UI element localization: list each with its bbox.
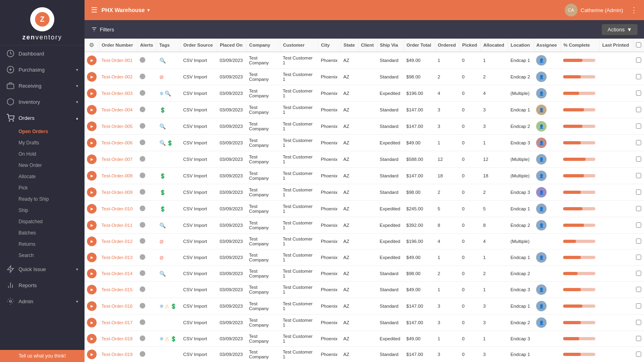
row-play-cell[interactable]: ▶ — [85, 52, 99, 69]
row-play-cell[interactable]: ▶ — [85, 298, 99, 315]
play-button[interactable]: ▶ — [87, 187, 97, 197]
row-checkbox[interactable] — [636, 189, 641, 195]
row-checkbox[interactable] — [636, 255, 641, 260]
sidebar-sub-search[interactable]: Search — [0, 250, 85, 261]
row-checkbox[interactable] — [636, 303, 641, 309]
row-checkbox[interactable] — [636, 320, 641, 325]
play-button[interactable]: ▶ — [87, 285, 97, 294]
sidebar-sub-batches[interactable]: Batches — [0, 227, 85, 239]
sidebar-sub-returns[interactable]: Returns — [0, 239, 85, 250]
sidebar-item-quick-issue[interactable]: Quick Issue ▾ — [0, 261, 85, 277]
play-button[interactable]: ▶ — [87, 318, 97, 327]
row-play-cell[interactable]: ▶ — [85, 266, 99, 282]
row-checkbox[interactable] — [636, 90, 641, 96]
row-checkbox-cell[interactable] — [633, 135, 644, 151]
sidebar-sub-on-hold[interactable]: On Hold — [0, 148, 85, 160]
row-checkbox[interactable] — [636, 206, 641, 211]
row-checkbox[interactable] — [636, 173, 641, 178]
settings-icon[interactable]: ⚙ — [89, 42, 94, 48]
filters-button[interactable]: Filters — [91, 26, 114, 33]
sidebar-item-receiving[interactable]: Receiving ▾ — [0, 78, 85, 94]
sidebar-sub-my-drafts[interactable]: My Drafts — [0, 137, 85, 148]
play-button[interactable]: ▶ — [87, 105, 97, 115]
row-play-cell[interactable]: ▶ — [85, 282, 99, 298]
user-info[interactable]: CA Catherine (Admin) — [565, 4, 623, 16]
row-checkbox-cell[interactable] — [633, 69, 644, 85]
sidebar-item-reports[interactable]: Reports — [0, 277, 85, 293]
row-checkbox[interactable] — [636, 107, 641, 112]
row-checkbox-cell[interactable] — [633, 118, 644, 135]
sidebar-item-admin[interactable]: Admin ▾ — [0, 293, 85, 309]
row-checkbox[interactable] — [636, 352, 641, 357]
row-checkbox-cell[interactable] — [633, 52, 644, 69]
row-play-cell[interactable]: ▶ — [85, 151, 99, 168]
sidebar-sub-pick[interactable]: Pick — [0, 182, 85, 193]
row-play-cell[interactable]: ▶ — [85, 201, 99, 217]
row-play-cell[interactable]: ▶ — [85, 69, 99, 85]
row-checkbox[interactable] — [636, 271, 641, 276]
sidebar-sub-open-orders[interactable]: Open Orders — [0, 126, 85, 137]
row-play-cell[interactable]: ▶ — [85, 85, 99, 102]
row-checkbox-cell[interactable] — [633, 151, 644, 168]
row-play-cell[interactable]: ▶ — [85, 347, 99, 362]
sidebar-item-purchasing[interactable]: Purchasing ▾ — [0, 62, 85, 78]
row-checkbox[interactable] — [636, 156, 641, 162]
play-button[interactable]: ▶ — [87, 253, 97, 262]
row-checkbox-cell[interactable] — [633, 331, 644, 347]
warehouse-selector[interactable]: PHX Warehouse ▾ — [101, 7, 150, 13]
play-button[interactable]: ▶ — [87, 334, 97, 343]
row-play-cell[interactable]: ▶ — [85, 168, 99, 184]
row-play-cell[interactable]: ▶ — [85, 118, 99, 135]
row-checkbox[interactable] — [636, 140, 641, 145]
play-button[interactable]: ▶ — [87, 269, 97, 278]
row-play-cell[interactable]: ▶ — [85, 315, 99, 331]
play-button[interactable]: ▶ — [87, 350, 97, 359]
actions-button[interactable]: Actions ▼ — [602, 24, 638, 35]
row-play-cell[interactable]: ▶ — [85, 234, 99, 249]
play-button[interactable]: ▶ — [87, 121, 97, 131]
play-button[interactable]: ▶ — [87, 237, 97, 246]
row-checkbox-cell[interactable] — [633, 315, 644, 331]
row-checkbox[interactable] — [636, 74, 641, 79]
row-checkbox-cell[interactable] — [633, 298, 644, 315]
select-all-checkbox[interactable] — [636, 42, 641, 47]
play-button[interactable]: ▶ — [87, 301, 97, 311]
row-checkbox-cell[interactable] — [633, 347, 644, 362]
feedback-bar[interactable]: Tell us what you think! — [0, 350, 85, 362]
row-checkbox[interactable] — [636, 123, 641, 129]
more-options-icon[interactable]: ⋮ — [630, 6, 638, 14]
row-checkbox[interactable] — [636, 336, 641, 341]
row-play-cell[interactable]: ▶ — [85, 102, 99, 118]
row-play-cell[interactable]: ▶ — [85, 217, 99, 234]
orders-table-container[interactable]: ⚙ Order Number Alerts Tags Order Source … — [85, 39, 644, 362]
sidebar-sub-ship[interactable]: Ship — [0, 205, 85, 216]
row-checkbox-cell[interactable] — [633, 168, 644, 184]
row-checkbox-cell[interactable] — [633, 249, 644, 266]
row-checkbox-cell[interactable] — [633, 234, 644, 249]
play-button[interactable]: ▶ — [87, 220, 97, 230]
menu-icon[interactable]: ☰ — [91, 6, 97, 14]
row-checkbox[interactable] — [636, 287, 641, 292]
row-checkbox[interactable] — [636, 222, 641, 228]
play-button[interactable]: ▶ — [87, 171, 97, 181]
row-checkbox-cell[interactable] — [633, 282, 644, 298]
play-button[interactable]: ▶ — [87, 88, 97, 98]
row-play-cell[interactable]: ▶ — [85, 331, 99, 347]
row-checkbox[interactable] — [636, 239, 641, 244]
row-checkbox-cell[interactable] — [633, 85, 644, 102]
row-play-cell[interactable]: ▶ — [85, 184, 99, 201]
sidebar-item-orders[interactable]: Orders ▴ — [0, 110, 85, 126]
play-button[interactable]: ▶ — [87, 72, 97, 82]
row-play-cell[interactable]: ▶ — [85, 249, 99, 266]
sidebar-sub-allocate[interactable]: Allocate — [0, 171, 85, 182]
row-checkbox-cell[interactable] — [633, 217, 644, 234]
row-checkbox-cell[interactable] — [633, 184, 644, 201]
row-checkbox-cell[interactable] — [633, 102, 644, 118]
play-button[interactable]: ▶ — [87, 204, 97, 214]
sidebar-sub-new-order[interactable]: New Order — [0, 160, 85, 171]
row-play-cell[interactable]: ▶ — [85, 135, 99, 151]
sidebar-item-dashboard[interactable]: Dashboard — [0, 45, 85, 62]
row-checkbox-cell[interactable] — [633, 201, 644, 217]
sidebar-sub-dispatched[interactable]: Dispatched — [0, 216, 85, 227]
col-select-all[interactable] — [633, 39, 644, 52]
